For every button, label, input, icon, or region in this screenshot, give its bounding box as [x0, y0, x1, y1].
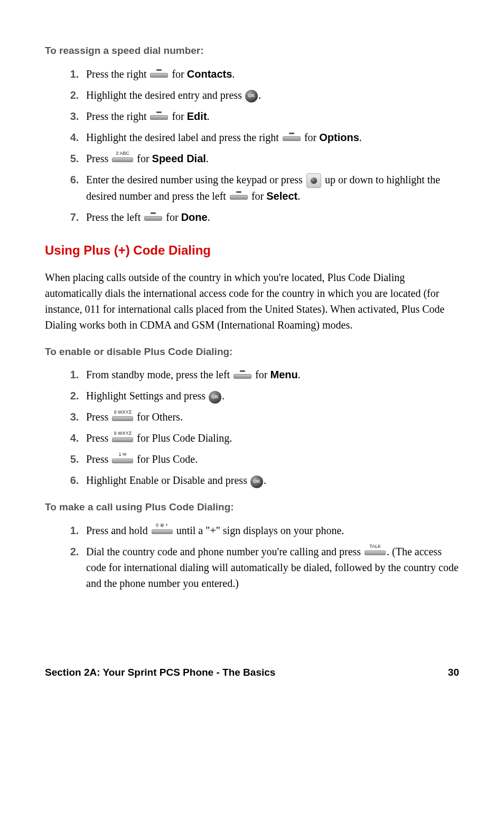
bold-label: Options: [319, 132, 359, 143]
ok-button-icon: OK: [250, 475, 263, 488]
step-item: Press 9 WXYZ for Others.: [82, 409, 459, 425]
softkey-icon: [230, 193, 248, 201]
bold-label: Speed Dial: [152, 153, 206, 164]
keypad-key-icon: 1 ✉: [112, 457, 133, 464]
softkey-icon: [150, 71, 168, 79]
footer-section: Section 2A: Your Sprint PCS Phone - The …: [45, 665, 275, 680]
step-item: Highlight the desired entry and press OK…: [82, 87, 459, 103]
bold-label: Done: [181, 211, 208, 223]
make-call-steps: Press and hold 0 ⊕ + until a "+" sign di…: [45, 522, 459, 591]
navigation-key-icon: [306, 173, 321, 188]
softkey-icon: [150, 114, 168, 121]
keypad-key-icon: 0 ⊕ +: [152, 528, 173, 535]
step-item: Highlight Settings and press OK.: [82, 388, 459, 404]
step-item: Press the left for Done.: [82, 209, 459, 225]
ok-button-icon: OK: [245, 90, 258, 102]
bold-label: Menu: [270, 369, 298, 380]
enable-heading: To enable or disable Plus Code Dialing:: [45, 344, 459, 360]
softkey-icon: [234, 372, 251, 380]
reassign-steps: Press the right for Contacts.Highlight t…: [45, 66, 459, 225]
keypad-key-icon: TALK: [365, 549, 386, 556]
keypad-key-icon: 9 WXYZ: [112, 415, 133, 422]
section-title: Using Plus (+) Code Dialing: [45, 241, 459, 260]
step-item: Press 1 ✉ for Plus Code.: [82, 451, 459, 467]
softkey-icon: [144, 214, 162, 222]
reassign-heading: To reassign a speed dial number:: [45, 43, 459, 59]
page-footer: Section 2A: Your Sprint PCS Phone - The …: [45, 665, 459, 680]
keypad-key-icon: 9 WXYZ: [112, 436, 133, 443]
bold-label: Select: [266, 190, 297, 202]
step-item: Enter the desired number using the keypa…: [82, 172, 459, 204]
step-item: Press 9 WXYZ for Plus Code Dialing.: [82, 430, 459, 446]
step-item: Press the right for Edit.: [82, 108, 459, 124]
bold-label: Edit: [187, 110, 207, 122]
step-item: Press 2 ABC for Speed Dial.: [82, 151, 459, 166]
step-item: Highlight Enable or Disable and press OK…: [82, 472, 459, 488]
step-item: Press and hold 0 ⊕ + until a "+" sign di…: [82, 522, 459, 538]
make-call-heading: To make a call using Plus Code Dialing:: [45, 500, 459, 515]
bold-label: Contacts: [187, 68, 232, 80]
step-item: Press the right for Contacts.: [82, 66, 459, 82]
enable-steps: From standby mode, press the left for Me…: [45, 367, 459, 488]
footer-page-number: 30: [448, 665, 459, 680]
softkey-icon: [283, 135, 301, 142]
step-item: Dial the country code and phone number y…: [82, 544, 459, 591]
step-item: From standby mode, press the left for Me…: [82, 367, 459, 382]
keypad-key-icon: 2 ABC: [112, 156, 133, 163]
step-item: Highlight the desired label and press th…: [82, 129, 459, 145]
ok-button-icon: OK: [209, 391, 221, 404]
intro-paragraph: When placing calls outside of the countr…: [45, 269, 459, 333]
